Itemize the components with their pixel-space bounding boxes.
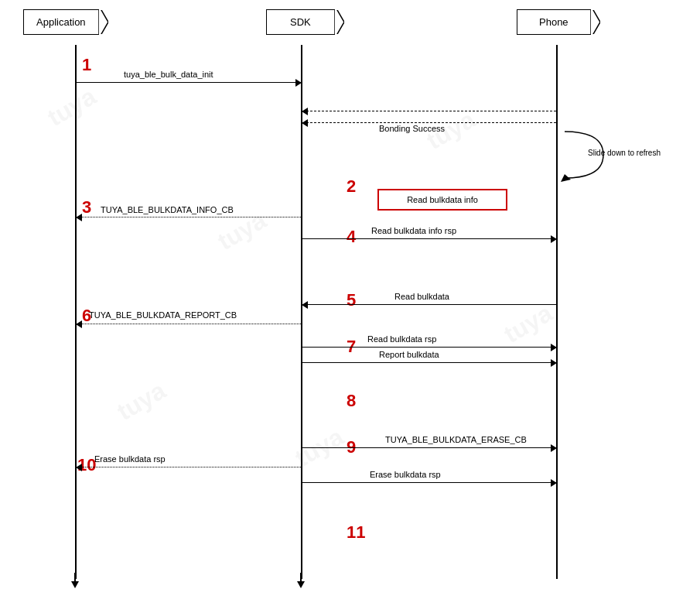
svg-marker-1 — [334, 10, 344, 34]
sequence-diagram: tuya tuya tuya tuya tuya tuya Applicatio… — [0, 0, 700, 589]
slide-to-refresh-label: Slide down to refresh — [588, 149, 661, 157]
arrow-report — [302, 362, 556, 363]
watermark-4: tuya — [499, 299, 557, 349]
step-1: 1 — [82, 55, 91, 75]
step-8: 8 — [347, 391, 356, 411]
lifeline-phone-label: Phone — [539, 16, 569, 28]
svg-marker-7 — [297, 581, 305, 588]
svg-marker-0 — [98, 10, 108, 34]
lifeline-application-label: Application — [36, 16, 86, 28]
red-box-label: Read bulkdata info — [407, 195, 478, 204]
step-4: 4 — [347, 227, 356, 247]
lifeline-application: Application — [23, 9, 99, 35]
label-arrow-7: Read bulkdata rsp — [367, 334, 436, 344]
label-bonding: Bonding Success — [379, 124, 445, 133]
watermark-5: tuya — [112, 376, 170, 426]
label-arrow-9: TUYA_BLE_BULKDATA_ERASE_CB — [385, 435, 527, 444]
label-arrow-1: tuya_ble_bulk_data_init — [124, 70, 213, 79]
label-arrow-5: Read bulkdata — [394, 292, 449, 301]
svg-marker-5 — [71, 581, 79, 588]
arrow-4 — [302, 238, 556, 239]
arrow-3 — [77, 217, 301, 217]
lifeline-phone: Phone — [517, 9, 591, 35]
arrow-erase-rsp — [302, 482, 556, 483]
lifeline-sdk-label: SDK — [290, 16, 311, 28]
arrow-10 — [77, 467, 301, 467]
read-bulkdata-info-box: Read bulkdata info — [377, 189, 507, 211]
lifeline-line-app — [75, 45, 77, 579]
arrow-5 — [302, 304, 556, 305]
label-arrow-erase-rsp: Erase bulkdata rsp — [370, 470, 441, 479]
watermark-1: tuya — [43, 82, 101, 132]
label-arrow-6: TUYA_BLE_BULKDATA_REPORT_CB — [89, 310, 237, 320]
arrow-bonding-1 — [302, 111, 556, 111]
arrow-9 — [302, 447, 556, 448]
arrow-6 — [77, 324, 301, 324]
step-5: 5 — [347, 290, 356, 310]
arrow-bonding-2 — [302, 122, 556, 123]
label-arrow-3: TUYA_BLE_BULKDATA_INFO_CB — [101, 205, 234, 214]
label-arrow-4: Read bulkdata info rsp — [371, 226, 456, 235]
arrow-7 — [302, 347, 556, 348]
label-arrow-report: Report bulkdata — [379, 350, 439, 359]
lifeline-sdk: SDK — [266, 9, 335, 35]
arrow-1 — [77, 82, 301, 83]
step-3: 3 — [82, 197, 91, 217]
label-arrow-10: Erase bulkdata rsp — [94, 454, 166, 464]
step-11: 11 — [347, 522, 365, 543]
svg-marker-2 — [590, 10, 600, 34]
step-2: 2 — [347, 176, 356, 197]
